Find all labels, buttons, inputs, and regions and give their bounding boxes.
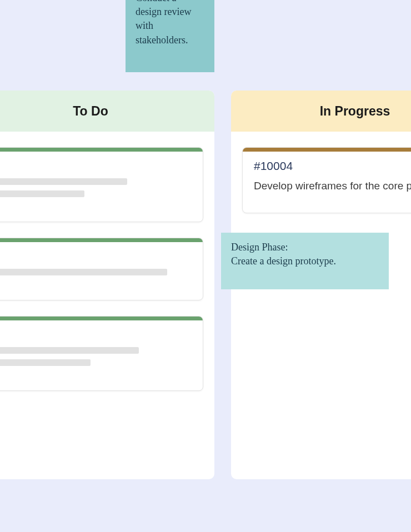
card-id: 1: [0, 159, 192, 173]
card-id: 2: [0, 250, 192, 263]
task-card[interactable]: 3: [0, 316, 203, 391]
card-content: 2: [0, 242, 203, 300]
sticky-text-line: Create a design prototype.: [231, 254, 379, 268]
card-id: 3: [0, 328, 192, 342]
placeholder-line: [0, 359, 91, 366]
card-content: #10004 Develop wireframes for the core p…: [243, 152, 411, 213]
card-content: 1: [0, 152, 203, 222]
card-id: #10004: [254, 159, 411, 173]
task-card[interactable]: 2: [0, 238, 203, 300]
column-todo: To Do 1 2 3: [0, 91, 214, 479]
card-stripe: [0, 238, 203, 242]
sticky-note-review[interactable]: Conduct a design review with stakeholder…: [126, 0, 214, 72]
column-title: In Progress: [320, 104, 390, 119]
sticky-text-line: Design Phase:: [231, 240, 379, 254]
sticky-text: Conduct a design review with stakeholder…: [136, 0, 191, 46]
placeholder-line: [0, 347, 139, 354]
task-card[interactable]: #10004 Develop wireframes for the core p…: [242, 147, 411, 213]
placeholder-line: [0, 178, 127, 185]
column-body-todo[interactable]: 1 2 3: [0, 132, 214, 479]
card-description: Develop wireframes for the core pag: [254, 178, 411, 194]
column-body-in-progress[interactable]: #10004 Develop wireframes for the core p…: [231, 132, 411, 479]
column-header-in-progress: In Progress: [231, 91, 411, 132]
card-stripe: [243, 148, 411, 152]
column-header-todo: To Do: [0, 91, 214, 132]
task-card[interactable]: 1: [0, 147, 203, 222]
column-title: To Do: [73, 104, 108, 119]
placeholder-line: [0, 269, 167, 275]
card-stripe: [0, 317, 203, 320]
card-content: 3: [0, 320, 203, 390]
sticky-note-design-phase[interactable]: Design Phase: Create a design prototype.: [221, 233, 389, 289]
placeholder-line: [0, 190, 84, 197]
card-stripe: [0, 148, 203, 152]
